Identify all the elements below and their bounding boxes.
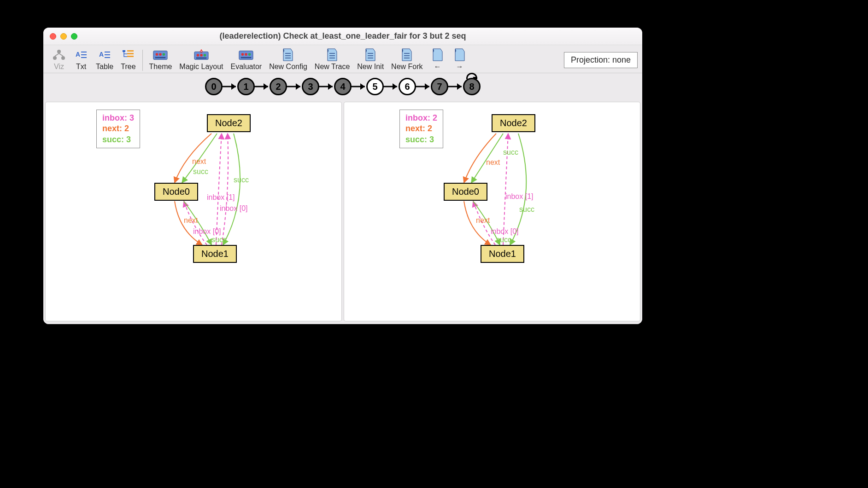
svg-point-0 <box>57 50 61 53</box>
node2-right[interactable]: Node2 <box>492 114 535 132</box>
txt-button[interactable]: A Txt <box>70 49 92 71</box>
node0-left[interactable]: Node0 <box>154 183 198 201</box>
state-1[interactable]: 1 <box>237 78 255 95</box>
next-label: → <box>456 63 463 71</box>
state-8[interactable]: 8 <box>463 78 481 95</box>
state-4[interactable]: 4 <box>334 78 352 95</box>
evaluator-label: Evaluator <box>231 63 262 71</box>
txt-icon: A <box>74 49 88 61</box>
edge-inbox0b: inbox [0] <box>193 227 221 236</box>
loop-icon <box>466 73 477 79</box>
minimize-icon[interactable] <box>60 33 67 40</box>
projection-label: Projection: none <box>571 55 631 64</box>
right-pane[interactable]: inbox: 2 next: 2 succ: 3 Node2 <box>344 102 640 321</box>
svg-point-17 <box>204 54 206 57</box>
magic-layout-label: Magic Layout <box>179 63 223 71</box>
window-controls <box>50 33 77 40</box>
legend-succ: succ: 3 <box>102 134 134 145</box>
node1-right[interactable]: Node1 <box>481 245 524 263</box>
svg-rect-6 <box>127 50 134 52</box>
panes: inbox: 3 next: 2 succ: 3 <box>43 102 642 324</box>
edge-succ-20: succ <box>193 168 208 176</box>
edge-next-01: next <box>184 216 198 225</box>
magic-layout-button[interactable]: Magic Layout <box>176 49 227 71</box>
close-icon[interactable] <box>50 33 56 40</box>
table-button[interactable]: A Table <box>92 49 117 71</box>
prev-icon <box>430 49 445 61</box>
theme-button[interactable]: Theme <box>146 49 176 71</box>
left-pane[interactable]: inbox: 3 next: 2 succ: 3 <box>45 102 342 321</box>
edge-next-01-r: next <box>476 216 490 225</box>
new-trace-button[interactable]: New Trace <box>311 49 353 71</box>
legend-next: next: 2 <box>102 123 134 134</box>
edge-next-20: next <box>192 157 206 166</box>
state-2[interactable]: 2 <box>270 78 287 95</box>
tree-label: Tree <box>121 63 135 71</box>
edge-inbox1: inbox [1] <box>207 193 235 202</box>
new-trace-label: New Trace <box>315 63 350 71</box>
new-init-label: New Init <box>357 63 384 71</box>
edge-succ-01-r: succ <box>496 236 511 244</box>
new-config-button[interactable]: New Config <box>265 49 311 71</box>
next-icon <box>452 49 467 61</box>
edge-inbox1-r: inbox [1] <box>505 192 533 201</box>
edge-succ-21-r: succ <box>519 205 534 214</box>
state-3[interactable]: 3 <box>302 78 319 95</box>
edges-left <box>46 102 341 321</box>
svg-point-12 <box>163 53 165 56</box>
tree-icon <box>121 49 135 61</box>
projection-selector[interactable]: Projection: none <box>564 52 638 68</box>
new-config-label: New Config <box>269 63 307 71</box>
legend-left: inbox: 3 next: 2 succ: 3 <box>96 110 140 148</box>
state-0[interactable]: 0 <box>205 78 223 95</box>
svg-point-21 <box>245 53 248 56</box>
new-init-button[interactable]: New Init <box>353 49 387 71</box>
new-fork-button[interactable]: New Fork <box>387 49 426 71</box>
txt-label: Txt <box>76 63 86 71</box>
state-7[interactable]: 7 <box>431 78 448 95</box>
edge-succ-01: succ <box>211 236 227 244</box>
new-fork-icon <box>399 49 414 61</box>
new-trace-icon <box>325 49 340 61</box>
edge-inbox0a: inbox [0] <box>220 204 247 213</box>
separator <box>142 50 143 71</box>
app-window: (leaderelection) Check at_least_one_lead… <box>43 28 642 324</box>
svg-point-1 <box>53 56 57 60</box>
svg-text:A: A <box>99 51 104 58</box>
svg-text:A: A <box>76 51 80 58</box>
new-config-icon <box>281 49 295 61</box>
evaluator-icon <box>239 49 253 61</box>
new-fork-label: New Fork <box>391 63 422 71</box>
magic-layout-icon <box>194 49 209 61</box>
svg-point-22 <box>248 53 251 56</box>
legend-succ-r: succ: 3 <box>405 134 437 145</box>
svg-point-20 <box>241 53 244 56</box>
tree-button[interactable]: Tree <box>117 49 139 71</box>
maximize-icon[interactable] <box>71 33 77 40</box>
next-button[interactable]: → <box>449 49 471 71</box>
svg-point-16 <box>200 54 203 57</box>
svg-point-11 <box>159 53 162 56</box>
node0-right[interactable]: Node0 <box>444 183 487 201</box>
svg-point-10 <box>156 53 158 56</box>
viz-button[interactable]: Viz <box>48 49 70 71</box>
state-5[interactable]: 5 <box>366 78 384 95</box>
titlebar: (leaderelection) Check at_least_one_lead… <box>43 28 642 45</box>
node2-left[interactable]: Node2 <box>207 114 251 132</box>
state-6[interactable]: 6 <box>399 78 416 95</box>
edge-inbox0-r: inbox [0] <box>491 227 518 236</box>
svg-point-2 <box>61 56 65 60</box>
svg-rect-18 <box>196 58 207 59</box>
node1-left[interactable]: Node1 <box>193 245 237 263</box>
evaluator-button[interactable]: Evaluator <box>227 49 266 71</box>
window-title: (leaderelection) Check at_least_one_lead… <box>43 31 642 41</box>
legend-right: inbox: 2 next: 2 succ: 3 <box>399 110 443 148</box>
edge-succ-21: succ <box>234 176 249 184</box>
svg-rect-7 <box>127 53 134 54</box>
edge-succ-top-r: succ <box>503 148 518 157</box>
prev-button[interactable]: ← <box>427 49 449 71</box>
svg-rect-8 <box>127 56 134 57</box>
edges-right <box>344 102 640 321</box>
new-init-icon <box>363 49 378 61</box>
theme-label: Theme <box>149 63 172 71</box>
